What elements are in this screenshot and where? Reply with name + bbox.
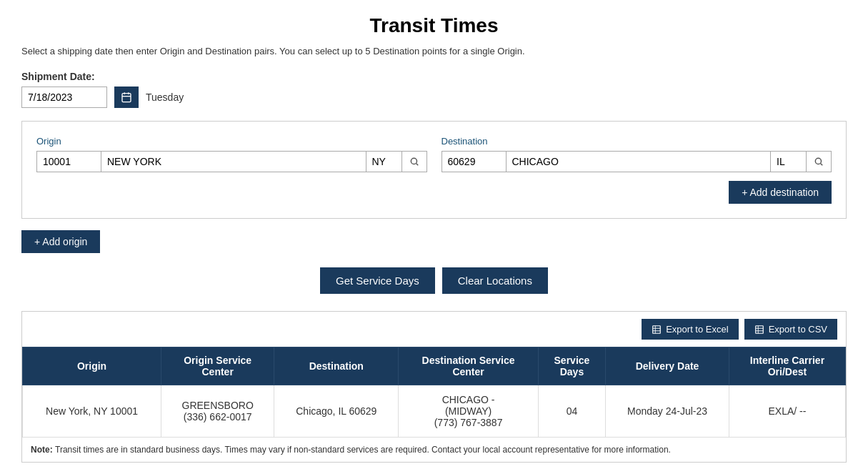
dest-search-icon xyxy=(814,157,824,167)
results-container: Export to Excel Export to CSV Origin Ori… xyxy=(21,311,847,463)
note-label: Note: xyxy=(31,445,55,455)
destination-label: Destination xyxy=(442,136,832,147)
origin-zip-input[interactable] xyxy=(37,152,101,172)
col-header-origin: Origin xyxy=(23,347,161,385)
svg-point-4 xyxy=(411,158,416,164)
excel-icon xyxy=(652,325,662,335)
destination-section: Destination + Add destination xyxy=(442,136,832,204)
day-of-week: Tuesday xyxy=(146,92,184,103)
origin-state-input[interactable] xyxy=(366,152,402,172)
add-destination-button[interactable]: + Add destination xyxy=(729,181,832,204)
add-origin-button[interactable]: + Add origin xyxy=(21,230,100,253)
table-header-row: Origin Origin ServiceCenter Destination … xyxy=(23,347,846,385)
svg-rect-0 xyxy=(122,94,131,102)
export-row: Export to Excel Export to CSV xyxy=(22,312,846,347)
calendar-button[interactable] xyxy=(114,87,139,108)
destination-input-group xyxy=(442,151,832,172)
action-buttons: Get Service Days Clear Locations xyxy=(21,267,847,294)
cell-service-days: 04 xyxy=(538,385,605,438)
destination-zip-input[interactable] xyxy=(442,152,507,172)
destination-state-input[interactable] xyxy=(771,152,807,172)
subtitle: Select a shipping date then enter Origin… xyxy=(21,46,847,56)
cell-delivery-date: Monday 24-Jul-23 xyxy=(606,385,729,438)
svg-rect-8 xyxy=(653,325,661,333)
get-service-days-button[interactable]: Get Service Days xyxy=(320,267,435,294)
page-title: Transit Times xyxy=(21,14,847,37)
clear-locations-button[interactable]: Clear Locations xyxy=(442,267,548,294)
col-header-destination: Destination xyxy=(274,347,399,385)
svg-line-7 xyxy=(821,164,823,166)
cell-dest-sc: CHICAGO -(MIDWAY)(773) 767-3887 xyxy=(399,385,538,438)
origin-dest-container: Origin Destination xyxy=(21,121,847,219)
shipment-date-label: Shipment Date: xyxy=(21,71,847,82)
col-header-interline: Interline CarrierOri/Dest xyxy=(729,347,845,385)
note-row: Note: Transit times are in standard busi… xyxy=(22,438,846,462)
destination-search-button[interactable] xyxy=(807,152,831,172)
table-row: New York, NY 10001GREENSBORO(336) 662-00… xyxy=(23,385,846,438)
col-header-service-days: ServiceDays xyxy=(538,347,605,385)
svg-point-6 xyxy=(815,158,821,164)
svg-line-5 xyxy=(416,164,418,166)
origin-search-button[interactable] xyxy=(402,152,426,172)
note-text: Transit times are in standard business d… xyxy=(55,445,671,455)
export-excel-button[interactable]: Export to Excel xyxy=(642,319,738,340)
csv-icon xyxy=(754,325,764,335)
cell-origin: New York, NY 10001 xyxy=(23,385,161,438)
shipment-date-input[interactable] xyxy=(21,87,107,108)
col-header-delivery-date: Delivery Date xyxy=(606,347,729,385)
search-icon xyxy=(409,157,419,167)
col-header-dest-sc: Destination ServiceCenter xyxy=(399,347,538,385)
origin-section: Origin xyxy=(36,136,427,204)
export-csv-button[interactable]: Export to CSV xyxy=(744,319,837,340)
cell-interline: EXLA/ -- xyxy=(729,385,845,438)
origin-label: Origin xyxy=(36,136,427,147)
cell-destination: Chicago, IL 60629 xyxy=(274,385,399,438)
destination-city-input[interactable] xyxy=(507,152,772,172)
calendar-icon xyxy=(121,92,132,103)
results-table: Origin Origin ServiceCenter Destination … xyxy=(22,347,846,438)
cell-origin-sc: GREENSBORO(336) 662-0017 xyxy=(161,385,274,438)
add-origin-row: + Add origin xyxy=(21,230,847,253)
svg-rect-12 xyxy=(755,325,763,333)
origin-input-group xyxy=(36,151,427,172)
origin-city-input[interactable] xyxy=(101,152,366,172)
col-header-origin-sc: Origin ServiceCenter xyxy=(161,347,274,385)
